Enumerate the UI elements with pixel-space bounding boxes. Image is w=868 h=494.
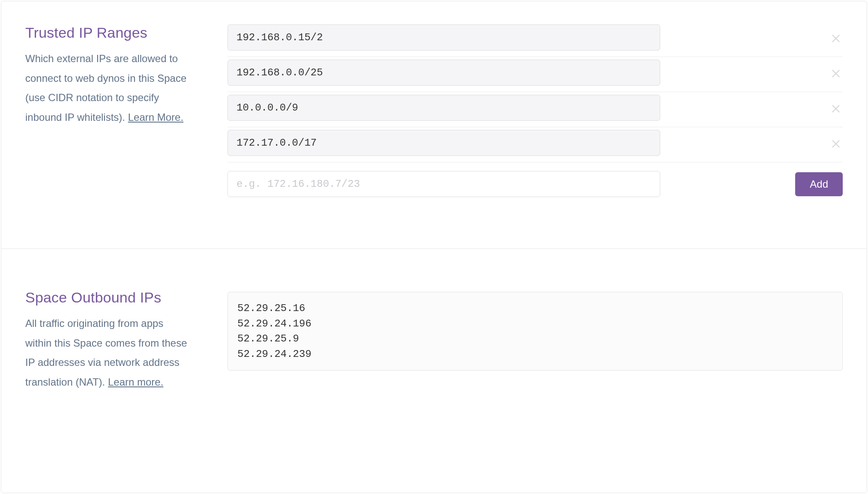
close-icon[interactable] — [830, 102, 842, 114]
close-icon[interactable] — [830, 67, 842, 79]
close-icon[interactable] — [830, 137, 842, 149]
ip-range-field[interactable]: 10.0.0.0/9 — [227, 95, 660, 121]
trusted-ip-rows: 192.168.0.15/2 192.168.0.0/25 — [227, 24, 843, 162]
outbound-ip-side: Space Outbound IPs All traffic originati… — [25, 289, 210, 392]
outbound-ip-section: Space Outbound IPs All traffic originati… — [1, 248, 867, 416]
ip-range-field[interactable]: 172.17.0.0/17 — [227, 130, 660, 156]
trusted-ip-section: Trusted IP Ranges Which external IPs are… — [1, 1, 867, 248]
add-ip-button-cell: Add — [660, 172, 843, 196]
add-ip-button[interactable]: Add — [795, 172, 843, 196]
close-icon[interactable] — [830, 32, 842, 44]
ip-range-field[interactable]: 192.168.0.0/25 — [227, 60, 660, 86]
trusted-ip-learn-more-link[interactable]: Learn More. — [128, 111, 183, 123]
outbound-ip-box: 52.29.25.16 52.29.24.196 52.29.25.9 52.2… — [227, 292, 843, 371]
add-ip-row: Add — [227, 162, 843, 197]
ip-range-field[interactable]: 192.168.0.15/2 — [227, 24, 660, 51]
ip-row: 172.17.0.0/17 — [227, 127, 843, 162]
trusted-ip-heading: Trusted IP Ranges — [25, 24, 192, 41]
ip-delete-cell — [660, 67, 843, 79]
trusted-ip-description: Which external IPs are allowed to connec… — [25, 49, 192, 127]
outbound-ip-content: 52.29.25.16 52.29.24.196 52.29.25.9 52.2… — [210, 289, 843, 392]
ip-row: 192.168.0.0/25 — [227, 57, 843, 92]
add-ip-input[interactable] — [227, 171, 660, 197]
ip-delete-cell — [660, 32, 843, 44]
ip-row: 10.0.0.0/9 — [227, 92, 843, 127]
outbound-ip-heading: Space Outbound IPs — [25, 289, 192, 306]
ip-delete-cell — [660, 102, 843, 114]
outbound-ip-learn-more-link[interactable]: Learn more. — [108, 376, 163, 388]
trusted-ip-side: Trusted IP Ranges Which external IPs are… — [25, 24, 210, 197]
settings-panel: Trusted IP Ranges Which external IPs are… — [1, 1, 867, 493]
ip-delete-cell — [660, 137, 843, 149]
outbound-ip-description: All traffic originating from apps within… — [25, 314, 192, 392]
trusted-ip-content: 192.168.0.15/2 192.168.0.0/25 — [210, 24, 843, 197]
ip-row: 192.168.0.15/2 — [227, 24, 843, 57]
